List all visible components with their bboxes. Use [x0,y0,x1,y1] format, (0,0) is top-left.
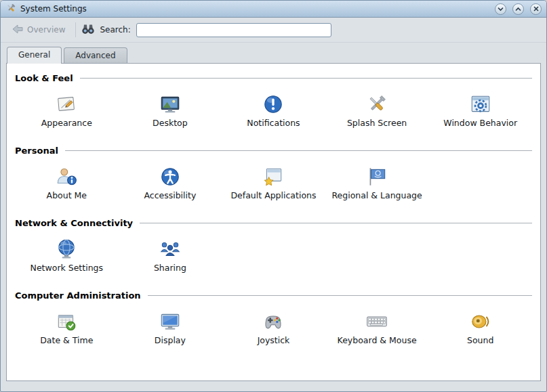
item-label: Default Applications [230,191,316,200]
item-display[interactable]: Display [119,306,222,355]
item-window-behavior[interactable]: Window Behavior [428,89,532,137]
section-header: Network & Connectivity [15,218,532,228]
section-title: Personal [15,146,58,156]
notifications-icon [262,91,285,117]
toolbar: Overview Search: [1,18,546,43]
section-network-connectivity: Network & Connectivity [15,218,532,288]
window-behavior-icon [469,91,492,117]
sharing-icon [159,236,182,262]
item-notifications[interactable]: Notifications [222,89,325,137]
section-header: Look & Feel [15,73,532,83]
item-label: Keyboard & Mouse [338,336,417,345]
back-arrow-icon [12,24,24,37]
keyboard-icon [365,309,388,334]
item-appearance[interactable]: Appearance [15,89,119,137]
item-label: Network Settings [31,263,103,273]
minimize-button[interactable] [495,3,506,15]
search-input[interactable] [136,23,331,37]
section-title: Network & Connectivity [15,218,133,228]
item-sharing[interactable]: Sharing [119,234,222,282]
section-computer-administration: Computer Administration Date & Time [15,290,532,360]
accessibility-icon [159,164,182,190]
item-desktop[interactable]: Desktop [119,89,222,137]
tab-bar: General Advanced [1,43,546,63]
about-me-icon [55,164,78,190]
overview-button-label: Overview [27,25,66,35]
item-label: Sound [467,336,493,345]
joystick-icon [262,309,285,334]
item-sound[interactable]: Sound [428,306,532,355]
close-button[interactable] [530,3,542,15]
item-joystick[interactable]: Joystick [222,306,325,355]
item-label: Display [155,336,186,345]
splash-screen-icon [365,91,388,117]
item-splash-screen[interactable]: Splash Screen [325,89,429,137]
section-title: Computer Administration [15,290,141,301]
item-label: Desktop [153,118,188,128]
item-keyboard-mouse[interactable]: Keyboard & Mouse [325,306,429,355]
tab-general[interactable]: General [7,47,62,64]
search-label: Search: [100,25,131,35]
desktop-icon [159,91,182,117]
item-label: Window Behavior [443,118,517,128]
appearance-icon [55,91,78,117]
item-label: Joystick [258,336,290,345]
section-rule [80,78,532,79]
section-personal: Personal About Me [15,146,532,215]
section-rule [140,223,532,223]
section-look-and-feel: Look & Feel Appearance [15,73,532,143]
default-applications-icon [262,164,285,190]
close-icon [533,6,539,12]
item-label: Date & Time [40,336,93,345]
item-date-time[interactable]: Date & Time [15,306,119,355]
network-icon [55,236,78,262]
item-label: Appearance [41,118,92,128]
section-rule [148,295,532,296]
section-grid: Appearance Desktop [15,85,532,143]
tab-advanced[interactable]: Advanced [64,47,127,63]
toolbar-separator [75,22,76,37]
section-rule [65,150,532,151]
item-label: Accessibility [144,191,196,200]
section-title: Look & Feel [15,73,73,83]
item-regional-language[interactable]: Regional & Language [325,161,429,210]
item-label: Notifications [247,118,300,128]
settings-content: Look & Feel Appearance [6,63,541,381]
section-grid: About Me Accessibility [15,157,532,215]
section-header: Computer Administration [15,290,532,301]
section-grid: Network Settings Sharing [15,230,532,288]
window-title: System Settings [20,4,87,14]
item-default-applications[interactable]: Default Applications [222,161,325,210]
section-grid: Date & Time Display [15,302,532,360]
item-accessibility[interactable]: Accessibility [119,161,222,210]
sound-icon [469,309,492,334]
titlebar[interactable]: System Settings [1,1,546,18]
overview-button[interactable]: Overview [7,22,70,39]
chevron-up-icon [515,7,521,12]
system-settings-app-icon [5,3,16,16]
display-icon [159,309,182,334]
chevron-down-icon [498,7,504,12]
item-label: About Me [47,191,87,200]
regional-language-icon [365,164,388,190]
system-settings-window: System Settings Overview [0,0,547,392]
section-header: Personal [15,146,532,156]
item-label: Splash Screen [347,118,407,128]
item-network-settings[interactable]: Network Settings [15,234,119,282]
search-icon [81,23,95,37]
item-label: Regional & Language [331,191,422,200]
date-time-icon [55,309,78,334]
maximize-button[interactable] [512,3,524,15]
item-label: Sharing [154,263,186,273]
item-about-me[interactable]: About Me [15,161,119,210]
